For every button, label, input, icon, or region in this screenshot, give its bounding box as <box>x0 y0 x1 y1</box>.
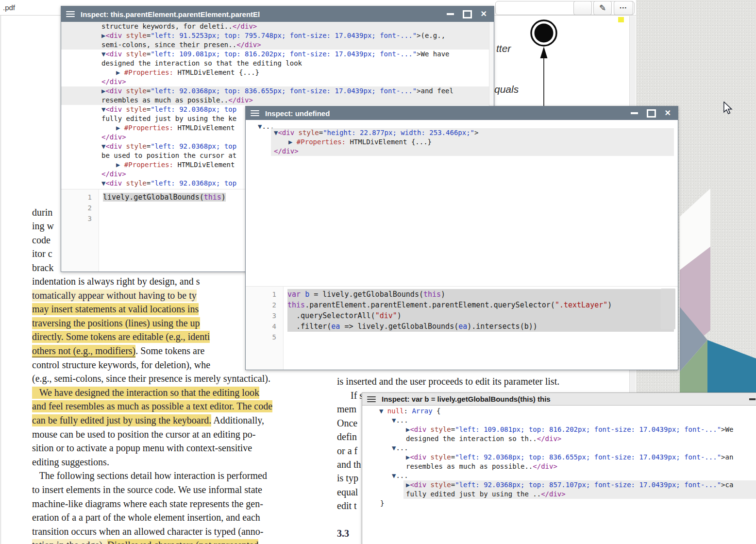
window-title: Inspect: this.parentElement.parentElemen… <box>81 10 260 18</box>
text-line: is typ <box>337 472 358 484</box>
menu-icon[interactable] <box>66 11 75 17</box>
inspector-window-3: Inspect: var b = lively.getGlobalBounds(… <box>362 392 756 544</box>
text-line: tomatically appear without having to be … <box>32 289 197 302</box>
tree-row[interactable]: designed the interaction so that the edi… <box>61 59 489 68</box>
yellow-annotation-square[interactable] <box>618 17 624 22</box>
minimize-icon[interactable] <box>631 112 638 114</box>
text-line: ing w <box>32 220 54 232</box>
text-line: is inserted and the user proceeds to edi… <box>337 375 559 388</box>
code-line[interactable] <box>287 332 678 342</box>
text-line: or a f <box>337 444 357 457</box>
line-number: 3 <box>61 213 92 224</box>
window-title: Inspect: var b = lively.getGlobalBounds(… <box>382 395 551 403</box>
state-diagram <box>527 15 566 112</box>
tree-row[interactable]: resembles as much as possible..</div> <box>61 96 489 105</box>
text-line: The following sections detail how intera… <box>32 469 267 482</box>
menu-icon[interactable] <box>367 396 376 402</box>
text-line: brack <box>32 261 53 274</box>
arrowhead-icon <box>540 47 548 58</box>
window-titlebar[interactable]: Inspect: var b = lively.getGlobalBounds(… <box>362 393 756 406</box>
text-line: to insert elements in the source code. W… <box>32 483 262 496</box>
text-line: and feel resembles as much as possible a… <box>32 400 272 412</box>
poster-artwork <box>677 185 756 393</box>
text-line: equal <box>337 486 358 498</box>
line-number: 2 <box>246 300 276 310</box>
diagram-label-bottom: quals <box>494 84 519 95</box>
tree-row[interactable]: resembles as much as possible..</div> <box>362 462 756 471</box>
tree-row[interactable]: ▼<div style="left: 109.081px; top: 816.2… <box>61 50 489 59</box>
maximize-icon[interactable] <box>463 10 472 18</box>
scrollbar-thumb[interactable] <box>661 289 675 329</box>
page-left-border <box>0 16 1 544</box>
pencil-icon: ✎ <box>599 3 606 13</box>
tree-row[interactable]: </div> <box>61 77 489 86</box>
text-line: tation in the edge). Disallowed characte… <box>32 539 258 544</box>
pdf-tab-label[interactable]: .pdf <box>3 3 15 12</box>
close-icon[interactable]: ✕ <box>665 109 671 117</box>
text-line: durin <box>32 206 52 219</box>
minimize-icon[interactable] <box>749 398 756 400</box>
tree-row[interactable]: structure keywords, for deleti..</div> <box>61 22 489 31</box>
text-line: We have designed the interaction so that… <box>32 386 259 399</box>
mouse-cursor <box>723 102 735 114</box>
tree-row[interactable]: ▶ #Properties: HTMLDivElement {...} <box>271 137 674 147</box>
diagram-label-top: tter <box>496 43 511 54</box>
line-number: 3 <box>246 310 276 321</box>
tree-row[interactable]: } <box>362 499 756 508</box>
code-area[interactable]: var b = lively.getGlobalBounds(this)this… <box>284 287 678 370</box>
line-number: 4 <box>246 321 276 332</box>
tree-row[interactable]: fully edited just by using the ..</div> <box>403 490 756 499</box>
accepting-state-icon <box>535 24 554 43</box>
line-number: 2 <box>61 203 92 213</box>
text-line: indentation is always right by design, a… <box>32 275 200 288</box>
tree-row[interactable]: designed the interaction so th..</div> <box>362 434 756 443</box>
code-line[interactable]: .filter(ea => lively.getGlobalBounds(ea)… <box>287 321 674 332</box>
text-line: code <box>32 234 50 246</box>
close-icon[interactable]: ✕ <box>481 10 487 18</box>
text-line: mem <box>337 403 356 415</box>
tree-row[interactable]: ▼... <box>362 471 756 480</box>
text-line: machine-like diagrams where each state r… <box>32 497 263 510</box>
more-options-button[interactable]: ▪▪▪ <box>614 1 633 15</box>
window-titlebar[interactable]: Inspect: this.parentElement.parentElemen… <box>61 6 494 22</box>
text-line: transition occurs when an allowed charac… <box>32 525 263 538</box>
code-editor[interactable]: 12345 var b = lively.getGlobalBounds(thi… <box>246 286 678 370</box>
tree-row[interactable]: ▶<div style="left: 92.0368px; top: 836.6… <box>362 453 756 462</box>
text-line: edit t <box>337 499 357 512</box>
text-line: Once <box>337 417 357 429</box>
tree-row[interactable]: ▶<div style="left: 92.0368px; top: 836.6… <box>61 86 489 96</box>
ellipsis-icon: ▪▪▪ <box>620 5 627 10</box>
text-line: (e.g., semi-colons, since their presence… <box>32 372 270 385</box>
tree-row[interactable]: ▶<div style="left: 92.0368px; top: 857.1… <box>403 480 756 490</box>
line-number-gutter: 123 <box>61 189 99 272</box>
tree-row[interactable]: ▶<div style="left: 91.5253px; top: 795.7… <box>61 31 489 40</box>
code-line[interactable]: .querySelectorAll("div") <box>287 310 674 321</box>
maximize-icon[interactable] <box>647 109 656 118</box>
text-line: may insert statements at valid locations… <box>32 303 199 315</box>
code-line[interactable]: var b = lively.getGlobalBounds(this) <box>287 289 674 300</box>
tree-row[interactable]: ▼... <box>362 443 756 453</box>
text-line: sition or to activate a popup menu with … <box>32 442 252 454</box>
tree-row[interactable]: ▶ #Properties: HTMLDivElement {...} <box>61 68 489 77</box>
text-line: itor c <box>32 247 52 260</box>
text-line: defin <box>337 430 357 443</box>
tree-row[interactable]: ▶<div style="left: 109.081px; top: 816.2… <box>362 425 756 434</box>
minimize-icon[interactable] <box>447 13 454 15</box>
text-line: eration of a a part of the whole element… <box>32 511 260 524</box>
code-line[interactable]: this.parentElement.parentElement.parentE… <box>287 300 674 310</box>
tree-row[interactable]: semi-colons, since their presen..</div> <box>61 40 489 50</box>
text-line: control structure keywords, for deletion… <box>32 358 210 371</box>
line-number: 5 <box>246 332 276 342</box>
tree-row[interactable]: ▼ null: Array { <box>362 407 756 416</box>
tree-row[interactable]: ▼<div style="height: 22.877px; width: 25… <box>271 128 674 137</box>
tree-row[interactable]: ▼... <box>362 416 756 425</box>
text-line: traversing the positions (lines) using t… <box>32 317 200 329</box>
text-line: editing suggestions. <box>32 456 109 468</box>
menu-icon[interactable] <box>251 110 259 116</box>
tree-row[interactable]: </div> <box>271 147 674 156</box>
inspector-window-2: Inspect: undefined ✕ ▼...▼<div style="he… <box>245 106 678 370</box>
toolbar-button-partial[interactable] <box>573 1 592 15</box>
line-number: 1 <box>246 289 276 300</box>
edit-annotation-button[interactable]: ✎ <box>593 1 612 15</box>
window-titlebar[interactable]: Inspect: undefined ✕ <box>246 106 678 120</box>
